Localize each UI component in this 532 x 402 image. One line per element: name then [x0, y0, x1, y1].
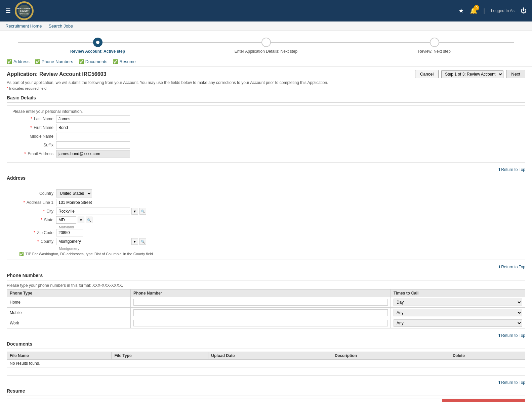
nav-search-jobs[interactable]: Search Jobs [48, 24, 73, 29]
menu-icon[interactable]: ☰ [5, 7, 11, 14]
state-search-btn[interactable]: 🔍 [86, 217, 92, 223]
phone-return-label[interactable]: Return to Top [501, 265, 525, 269]
bell-wrapper[interactable]: 🔔 0 [470, 7, 477, 14]
phone-number-work-cell [130, 318, 391, 328]
step-1-label: Review Account: Active step [70, 49, 125, 54]
phone-type-home: Home [7, 297, 131, 308]
city-dropdown-btn[interactable]: ▼ [131, 208, 138, 215]
state-input[interactable] [56, 216, 76, 224]
return-top-icon-address: ⬆ [498, 167, 501, 172]
subnav-address[interactable]: ✅ Address [7, 59, 30, 64]
nav-recruitment-home[interactable]: Recruitment Home [5, 24, 42, 29]
svg-text:MARYLAND: MARYLAND [19, 13, 29, 15]
city-row: * City ▼ 🔍 [12, 208, 520, 215]
phone-times-home[interactable]: Day Any Evening Morning [394, 299, 522, 306]
first-name-row: * First Name [12, 124, 520, 131]
basic-details-box: Please enter your personal information. … [7, 105, 525, 163]
subnav-resume[interactable]: ✅ Resume [113, 59, 135, 64]
address1-label: * Address Line 1 [12, 200, 56, 205]
zip-input[interactable] [56, 229, 83, 236]
required-note-text: Indicates required field [9, 86, 46, 90]
address1-input[interactable] [56, 199, 150, 206]
phone-row-home: Home Day Any Evening Morning [7, 297, 525, 308]
documents-section: File Name File Type Upload Date Descript… [7, 352, 525, 375]
phone-number-mobile[interactable] [133, 309, 388, 316]
check-circle-icon-documents: ✅ [79, 59, 84, 64]
email-req: * [24, 151, 26, 156]
next-button-top[interactable]: Next [506, 70, 525, 78]
check-circle-icon-phone: ✅ [35, 59, 40, 64]
state-dropdown-btn[interactable]: ▼ [78, 217, 84, 223]
docs-return-top[interactable]: ⬆ Return to Top [7, 333, 525, 338]
phone-col-type: Phone Type [7, 289, 131, 297]
county-search-btn[interactable]: 🔍 [139, 238, 146, 245]
email-row: * Email Address [12, 150, 520, 158]
last-name-req: * [31, 117, 32, 121]
middle-name-input[interactable] [56, 133, 130, 140]
middle-name-row: Middle Name [12, 133, 520, 140]
step-select-top[interactable]: Step 1 of 3: Review Account [441, 70, 503, 78]
first-name-input[interactable] [56, 124, 130, 131]
phone-table: Phone Type Phone Number Times to Call Ho… [7, 289, 525, 328]
step-2: Enter Application Details: Next step [182, 38, 350, 54]
logged-in-label: Logged In As [491, 8, 515, 13]
phone-row-mobile: Mobile Day Any Evening Morning [7, 308, 525, 318]
docs-return-label[interactable]: Return to Top [501, 333, 525, 338]
phone-type-work: Work [7, 318, 131, 328]
address-box: Country United States * Address Line 1 *… [7, 186, 525, 260]
resume-description: To upload your resume to your account cl… [7, 399, 442, 402]
doc-col-filename: File Name [7, 352, 112, 360]
nav-bar: Recruitment Home Search Jobs [0, 21, 532, 31]
required-star: * [7, 86, 8, 90]
return-top-icon-resume: ⬆ [498, 380, 501, 385]
middle-name-label: Middle Name [12, 134, 56, 139]
country-select[interactable]: United States [56, 189, 92, 197]
resume-return-top[interactable]: ⬆ Return to Top [7, 380, 525, 385]
phone-number-home[interactable] [133, 299, 388, 306]
county-input[interactable] [56, 238, 130, 245]
tip-icon: ✅ [19, 252, 24, 256]
documents-header: Documents [7, 339, 525, 349]
power-icon[interactable]: ⏻ [521, 7, 527, 14]
address-return-top[interactable]: ⬆ Return to Top [7, 167, 525, 172]
phone-type-mobile: Mobile [7, 308, 131, 318]
city-input[interactable] [56, 208, 130, 215]
suffix-row: Suffix [12, 141, 520, 149]
phone-times-mobile[interactable]: Day Any Evening Morning [394, 309, 522, 316]
info-text: As part of your application, we will sub… [7, 80, 525, 85]
city-search-btn[interactable]: 🔍 [139, 208, 146, 215]
phone-times-work[interactable]: Day Any Evening Morning [394, 319, 522, 327]
step-1: Review Account: Active step [13, 38, 182, 54]
tip-text: ✅ TIP For Washington, DC addresses, type… [19, 252, 520, 256]
phone-return-top[interactable]: ⬆ Return to Top [7, 265, 525, 269]
last-name-input[interactable] [56, 115, 130, 123]
page-title-row: Application: Review Account IRC56603 Can… [7, 70, 525, 78]
county-row: * County ▼ 🔍 [12, 238, 520, 245]
email-input[interactable] [56, 150, 130, 158]
subnav-documents[interactable]: ✅ Documents [79, 59, 108, 64]
subnav-phone[interactable]: ✅ Phone Numbers [35, 59, 73, 64]
step-1-circle [93, 38, 103, 47]
resume-return-label[interactable]: Return to Top [501, 380, 525, 385]
resume-header: Resume [7, 386, 525, 396]
resume-box: To upload your resume to your account cl… [7, 399, 525, 402]
phone-number-work[interactable] [133, 320, 388, 326]
phone-times-mobile-cell: Day Any Evening Morning [391, 308, 525, 318]
doc-empty-cell [7, 367, 525, 375]
cancel-button-top[interactable]: Cancel [415, 70, 439, 78]
address-return-label[interactable]: Return to Top [501, 167, 525, 172]
phone-number-mobile-cell [130, 308, 391, 318]
email-label: * Email Address [12, 151, 56, 156]
step-3: Review: Next step [350, 38, 519, 54]
star-icon[interactable]: ★ [458, 7, 464, 14]
county-dropdown-btn[interactable]: ▼ [131, 238, 138, 245]
suffix-input[interactable] [56, 141, 130, 149]
city-label: * City [12, 209, 56, 214]
phone-row-work: Work Day Any Evening Morning [7, 318, 525, 328]
last-name-label: * Last Name [12, 117, 56, 121]
doc-table: File Name File Type Upload Date Descript… [7, 352, 525, 375]
first-name-req: * [30, 125, 32, 130]
basic-details-intro: Please enter your personal information. [12, 109, 520, 114]
resume-upload-button[interactable]: Click here to upload your resume [442, 399, 525, 402]
county-full-label: Montgomery [59, 247, 520, 251]
